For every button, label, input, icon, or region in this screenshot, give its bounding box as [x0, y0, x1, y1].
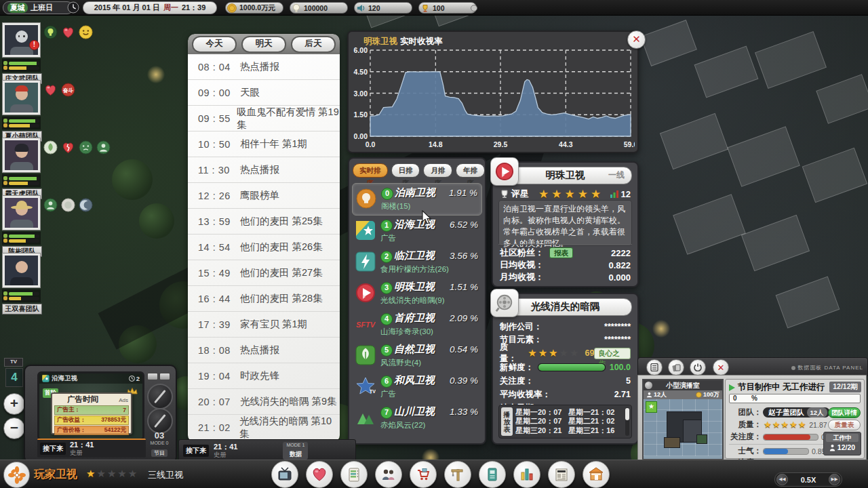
report-list-icon[interactable] [646, 359, 663, 375]
schedule-row[interactable]: 20 : 07光线消失的暗隅 第9集 [188, 389, 340, 415]
team-card[interactable]: 王双喜团队 [2, 253, 41, 314]
ranking-row[interactable]: 2临江卫视3.56 %食用柠檬的方法(26) [352, 247, 482, 278]
ranking-tab-0[interactable]: 实时排序 [353, 163, 388, 178]
studio-floor-grid[interactable]: ★ [644, 399, 722, 456]
power-icon[interactable] [690, 359, 706, 375]
broadcast-scrollbar[interactable] [625, 407, 629, 436]
channel-down-button[interactable]: − [3, 418, 25, 439]
rank-station-name: 自然卫视 [394, 343, 435, 356]
schedule-time: 19 : 04 [188, 371, 240, 382]
menu-staff-icon[interactable] [375, 461, 402, 488]
menu-heart-icon[interactable] [306, 461, 333, 488]
broadcast-schedule-label: 播放表 [501, 407, 513, 436]
status-person-icon[interactable] [43, 198, 58, 212]
resource-collapse-dot[interactable] [471, 5, 477, 12]
status-person-icon[interactable] [96, 140, 111, 155]
channel-up-button[interactable]: + [3, 393, 25, 415]
status-leaf-icon[interactable] [43, 140, 58, 155]
studio-room-preview[interactable]: 小型演播室 12人 100万 ★ [642, 379, 724, 460]
schedule-row[interactable]: 18 : 08热点播报 [188, 338, 340, 363]
ranking-tab-1[interactable]: 日排序 [391, 163, 420, 178]
ranking-tab-2[interactable]: 月排序 [423, 163, 452, 178]
status-heart-icon[interactable] [43, 83, 58, 97]
menu-chart-icon[interactable] [513, 461, 540, 488]
schedule-row[interactable]: 10 : 50相伴十年 第1期 [188, 131, 340, 157]
schedule-row[interactable]: 09 : 00天眼 [188, 80, 340, 106]
mountains-icon [355, 407, 376, 428]
ranking-row[interactable]: 0泊南卫视1.91 %阁楼(15) [352, 183, 482, 216]
station-description: 泊南卫视一直是行业的领头羊，风向标。被称作电视人的黄埔军校。常年霸占收视榜单之首… [498, 200, 632, 246]
schedule-row[interactable]: 11 : 30热点播报 [188, 157, 340, 183]
attention-value: 5 [626, 376, 631, 386]
cards-icon[interactable] [668, 359, 684, 375]
tv-toggle-switches[interactable] [147, 373, 170, 380]
quality-badge[interactable]: 良心之作 [594, 348, 631, 359]
player-station-logo[interactable] [3, 462, 30, 488]
menu-cart-icon[interactable] [410, 461, 437, 488]
influence-icon [356, 3, 366, 13]
chart-close-button[interactable]: ✕ [627, 30, 646, 49]
schedule-row[interactable]: 15 : 49他们的麦田 第27集 [188, 260, 340, 286]
team-name-pill[interactable]: 赵子盖团队 12人 [763, 407, 830, 418]
status-broken-heart-icon[interactable] [61, 140, 75, 155]
team-card[interactable]: 陈彬团队 [2, 195, 41, 257]
menu-shop-icon[interactable] [583, 461, 610, 488]
team-card[interactable]: !庄文武团队 [2, 22, 41, 84]
tab-day-after[interactable]: 后天 [291, 36, 336, 53]
schedule-time: 14 : 54 [188, 242, 240, 253]
status-frown-icon[interactable] [79, 140, 93, 155]
ranking-row[interactable]: 7山川卫视1.33 %赤焰风云(22) [352, 403, 482, 434]
menu-door-icon[interactable] [479, 461, 506, 488]
ranking-row[interactable]: TV6和风卫视0.39 %广告 [352, 371, 482, 403]
resource-influence[interactable]: 120 [354, 2, 412, 14]
schedule-row[interactable]: 13 : 59他们的麦田 第25集 [188, 209, 340, 235]
ranking-tab-3[interactable]: 年排序 [456, 163, 485, 178]
ranking-row[interactable]: 1沿海卫视6.52 %广告 [352, 216, 482, 247]
tab-today[interactable]: 今天 [192, 36, 237, 53]
ranking-row[interactable]: 5自然卫视0.54 %风流野史(4) [352, 340, 482, 371]
mode-button[interactable]: MODE 1 数据 [283, 442, 308, 460]
status-moon-icon[interactable] [79, 198, 93, 212]
fans-report-badge[interactable]: 报表 [549, 247, 573, 258]
status-bulb-icon[interactable] [43, 25, 58, 39]
ranking-row[interactable]: SFTV4首府卫视2.09 %山海珍奇录(30) [352, 309, 482, 340]
schedule-row[interactable]: 17 : 39家有宝贝 第1期 [188, 312, 340, 338]
speed-down-button[interactable]: ◀◀ [776, 474, 788, 485]
tv-knob-1[interactable] [147, 384, 173, 409]
city-pill[interactable]: 夏城 上班日 [3, 1, 73, 14]
attention-row: 关注度： 5 [493, 374, 637, 388]
status-pale-icon[interactable] [61, 198, 75, 212]
broadcast-schedule-box: 播放表 星期一20：07星期一21：02星期二20：07星期二21：02星期三2… [498, 405, 632, 439]
schedule-row[interactable]: 12 : 26鹰眼榜单 [188, 183, 340, 209]
quality-table-button[interactable]: 质量表 [828, 420, 861, 430]
freshness-row: 新鲜度： 100.0 [493, 361, 637, 374]
resource-reputation[interactable]: 100 [418, 2, 477, 14]
clock-icon[interactable] [67, 1, 79, 14]
schedule-row[interactable]: 14 : 54他们的麦田 第26集 [188, 235, 340, 260]
status-heart-icon[interactable] [61, 25, 75, 39]
schedule-row[interactable]: 21 : 02光线消失的暗隅 第10集 [188, 415, 340, 441]
menu-tv-icon[interactable] [271, 461, 298, 488]
team-card[interactable]: 夏小萌团队 [2, 80, 41, 142]
status-battle-icon[interactable]: 奋斗 [61, 83, 75, 97]
menu-news-icon[interactable] [548, 461, 575, 488]
schedule-row[interactable]: 08 : 04热点播报 [188, 54, 340, 80]
speed-up-button[interactable]: ▶▶ [829, 474, 840, 485]
status-smiley-icon[interactable] [79, 25, 93, 39]
schedule-row[interactable]: 09 : 55吸血鬼不配有爱情 第19集 [188, 106, 340, 131]
studio-close-button[interactable]: ✕ [713, 359, 729, 375]
team-card[interactable]: 霸天虎团队 [2, 138, 41, 199]
team-details-button[interactable]: 团队详情 [828, 407, 861, 418]
rank-current-program: 山海珍奇录(30) [380, 327, 433, 337]
tab-tomorrow[interactable]: 明天 [241, 36, 286, 53]
menu-schedule-icon[interactable] [340, 461, 368, 488]
ranking-row[interactable]: 3明珠卫视1.51 %光线消失的暗隅(9) [352, 278, 482, 309]
building-roof [816, 74, 868, 123]
schedule-row[interactable]: 19 : 04时政先锋 [188, 363, 340, 389]
resource-money[interactable]: 1000.0万元 [225, 2, 283, 14]
menu-crane-icon[interactable] [444, 461, 471, 488]
quality-row: 质量： ★★★★★ 21.87 质量表 [728, 419, 862, 430]
schedule-row[interactable]: 16 : 44他们的麦田 第28集 [188, 286, 340, 312]
resource-popularity[interactable]: 100000 [290, 2, 348, 14]
star-tile[interactable]: ★ [646, 401, 657, 413]
